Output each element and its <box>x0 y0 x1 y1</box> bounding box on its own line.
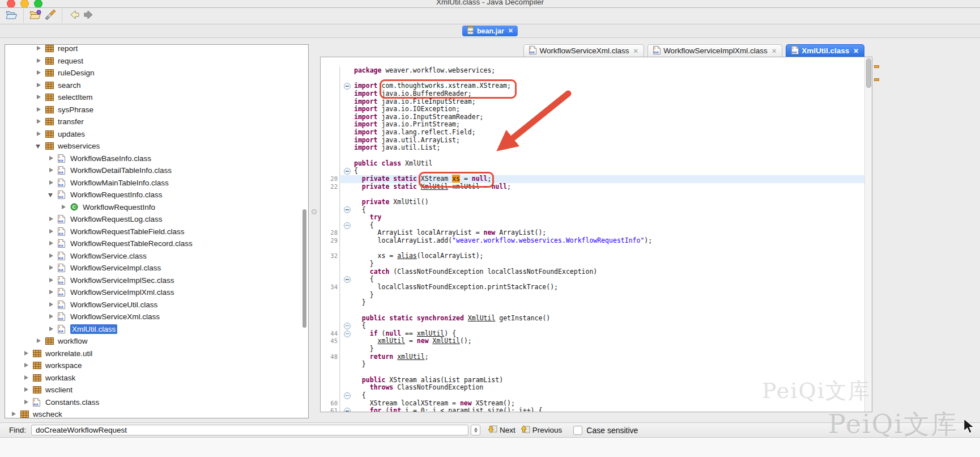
annotation-mark[interactable] <box>874 78 879 81</box>
tree-item-webservices[interactable]: webservices <box>5 140 308 153</box>
find-input[interactable]: doCreateWorkflowRequest <box>31 425 468 435</box>
search-button[interactable] <box>43 9 58 23</box>
tree-item-workflowrequestlog-class[interactable]: J010WorkflowRequestLog.class <box>5 213 308 226</box>
tree-item-workflowservicexml-class[interactable]: J010WorkflowServiceXml.class <box>5 311 308 323</box>
tree-collapse-arrow-icon[interactable] <box>48 277 54 283</box>
tree-collapse-arrow-icon[interactable] <box>48 253 54 259</box>
tree-item-selectitem[interactable]: selectItem <box>5 91 308 104</box>
tree-expand-arrow-icon[interactable] <box>36 143 42 149</box>
forward-button[interactable] <box>82 9 96 23</box>
tree-item-workflowservice-class[interactable]: J010WorkflowService.class <box>5 250 308 263</box>
tree-collapse-arrow-icon[interactable] <box>23 350 29 357</box>
tree-item-workflowrequesttablerecord-class[interactable]: J010WorkflowRequestTableRecord.class <box>5 238 308 250</box>
tree-item-workflowserviceimplsec-class[interactable]: J010WorkflowServiceImplSec.class <box>5 274 308 287</box>
fold-collapse-icon[interactable] <box>344 323 351 329</box>
editor-tab-workflowservicexml-class[interactable]: J010WorkflowServiceXml.class✕ <box>523 44 644 57</box>
tree-collapse-arrow-icon[interactable] <box>48 167 54 174</box>
fold-collapse-icon[interactable] <box>344 206 351 213</box>
tree-collapse-arrow-icon[interactable] <box>36 45 42 52</box>
find-next-button[interactable]: Next <box>488 425 515 435</box>
fold-collapse-icon[interactable] <box>344 168 351 175</box>
fold-collapse-icon[interactable] <box>344 222 351 229</box>
tree-collapse-arrow-icon[interactable] <box>36 131 42 137</box>
tree-item-workflowrequesttablefield-class[interactable]: J010WorkflowRequestTableField.class <box>5 226 308 238</box>
tree-item-workflowrequestinfo-class[interactable]: J010WorkflowRequestInfo.class <box>5 189 308 201</box>
tree-item-updates[interactable]: updates <box>5 128 308 141</box>
tree-item-xmlutil-class[interactable]: J010XmlUtil.class <box>5 323 308 336</box>
jar-tab-bean[interactable]: 010 bean.jar ✕ <box>462 26 518 36</box>
tree-collapse-arrow-icon[interactable] <box>36 82 42 88</box>
fold-collapse-icon[interactable] <box>344 276 351 283</box>
tab-close-icon[interactable]: ✕ <box>633 47 638 55</box>
tree-collapse-arrow-icon[interactable] <box>23 375 29 381</box>
tree-item-wsclient[interactable]: wsclient <box>5 384 308 396</box>
case-sensitive-checkbox[interactable] <box>573 426 582 435</box>
tree-item-ruledesign[interactable]: ruleDesign <box>5 67 308 79</box>
tree-item-workflowserviceutil-class[interactable]: J010WorkflowServiceUtil.class <box>5 299 308 311</box>
package-tree-panel[interactable]: reportrequestruleDesignsearchselectItems… <box>5 44 309 418</box>
tree-collapse-arrow-icon[interactable] <box>48 228 54 235</box>
tree-collapse-arrow-icon[interactable] <box>36 338 42 344</box>
editor-scrollbar-thumb[interactable] <box>866 58 871 88</box>
tree-item-label: workspace <box>45 361 82 370</box>
fold-collapse-icon[interactable] <box>344 408 351 412</box>
tree-item-constants-class[interactable]: J010Constants.class <box>5 396 308 409</box>
tab-close-icon[interactable]: ✕ <box>772 47 777 55</box>
tree-scrollbar-thumb[interactable] <box>302 209 306 328</box>
tree-expand-arrow-icon[interactable] <box>48 192 54 198</box>
tree-collapse-arrow-icon[interactable] <box>48 314 54 320</box>
tree-item-request[interactable]: request <box>5 55 308 67</box>
tree-collapse-arrow-icon[interactable] <box>48 326 54 332</box>
splitter-handle[interactable] <box>312 209 317 214</box>
fold-collapse-icon[interactable] <box>344 331 351 337</box>
open-type-button[interactable] <box>28 9 43 23</box>
tree-collapse-arrow-icon[interactable] <box>36 94 42 100</box>
tree-collapse-arrow-icon[interactable] <box>61 204 67 210</box>
tree-item-report[interactable]: report <box>5 44 308 55</box>
editor-tab-xmlutil-class[interactable]: J010XmlUtil.class✕ <box>786 44 864 57</box>
tree-collapse-arrow-icon[interactable] <box>36 107 42 113</box>
tree-collapse-arrow-icon[interactable] <box>36 58 42 64</box>
annotation-mark[interactable] <box>874 65 879 68</box>
find-previous-button[interactable]: Previous <box>521 425 563 435</box>
find-history-stepper[interactable] <box>471 425 480 435</box>
tree-collapse-arrow-icon[interactable] <box>11 411 17 417</box>
tree-collapse-arrow-icon[interactable] <box>48 302 54 308</box>
tree-item-workflowserviceimplxml-class[interactable]: J010WorkflowServiceImplXml.class <box>5 286 308 299</box>
tree-item-wscheck[interactable]: wscheck <box>5 408 308 418</box>
tree-collapse-arrow-icon[interactable] <box>48 216 54 222</box>
editor-scrollbar[interactable] <box>864 57 872 412</box>
tree-item-worktask[interactable]: worktask <box>5 372 308 384</box>
open-file-button[interactable] <box>5 9 19 23</box>
tree-collapse-arrow-icon[interactable] <box>48 289 54 295</box>
fold-collapse-icon[interactable] <box>344 83 351 90</box>
tree-collapse-arrow-icon[interactable] <box>36 70 42 76</box>
tree-item-sysphrase[interactable]: sysPhrase <box>5 104 308 116</box>
tree-item-transfer[interactable]: transfer <box>5 116 308 128</box>
line-number: 34 <box>321 283 340 291</box>
editor-tab-workflowserviceimplxml-class[interactable]: J010WorkflowServiceImplXml.class✕ <box>647 44 782 57</box>
tree-item-workflow[interactable]: workflow <box>5 335 308 348</box>
tree-item-workflowmaintableinfo-class[interactable]: J010WorkflowMainTableInfo.class <box>5 177 308 189</box>
tree-item-workflowdetailtableinfo-class[interactable]: J010WorkflowDetailTableInfo.class <box>5 164 308 177</box>
tree-collapse-arrow-icon[interactable] <box>23 399 29 405</box>
tree-collapse-arrow-icon[interactable] <box>48 265 54 271</box>
tree-collapse-arrow-icon[interactable] <box>48 180 54 186</box>
fold-collapse-icon[interactable] <box>344 392 351 399</box>
jar-tab-close-icon[interactable]: ✕ <box>508 27 513 35</box>
tree-item-search[interactable]: search <box>5 79 308 92</box>
tree-item-workflowbaseinfo-class[interactable]: J010WorkflowBaseInfo.class <box>5 153 308 165</box>
tree-item-workflowserviceimpl-class[interactable]: J010WorkflowServiceImpl.class <box>5 262 308 274</box>
tree-collapse-arrow-icon[interactable] <box>23 387 29 393</box>
tree-collapse-arrow-icon[interactable] <box>36 119 42 125</box>
back-button[interactable] <box>67 9 82 23</box>
tree-collapse-arrow-icon[interactable] <box>23 362 29 369</box>
tree-item-workrelate-util[interactable]: workrelate.util <box>5 348 308 360</box>
code-line: try <box>321 214 865 222</box>
tree-collapse-arrow-icon[interactable] <box>48 240 54 247</box>
code-editor-panel[interactable]: package weaver.workflow.webservices;impo… <box>320 57 872 412</box>
tab-close-icon[interactable]: ✕ <box>853 47 859 55</box>
tree-item-workflowrequestinfo[interactable]: CWorkflowRequestInfo <box>5 201 308 214</box>
tree-collapse-arrow-icon[interactable] <box>48 155 54 162</box>
tree-item-workspace[interactable]: workspace <box>5 359 308 372</box>
